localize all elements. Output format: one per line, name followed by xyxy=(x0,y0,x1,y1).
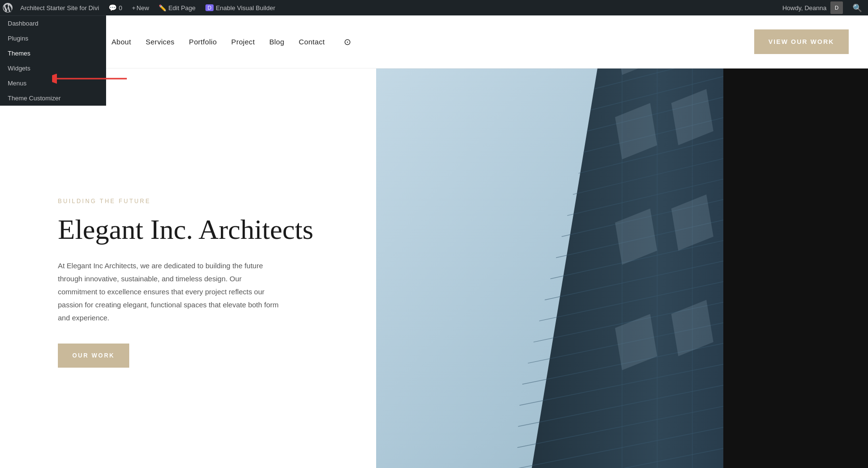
dark-sidebar xyxy=(723,69,868,468)
user-avatar[interactable]: D xyxy=(830,1,843,14)
new-label: New xyxy=(136,4,149,12)
nav-services[interactable]: Services xyxy=(146,38,175,46)
edit-page-button[interactable]: ✏️ Edit Page xyxy=(154,0,200,15)
pencil-icon: ✏️ xyxy=(159,4,166,12)
comments-count: 0 xyxy=(119,4,122,12)
comment-icon: 💬 xyxy=(108,4,117,12)
menu-item-widgets[interactable]: Widgets xyxy=(0,61,106,76)
page-content: BUILDING THE FUTURE Elegant Inc. Archite… xyxy=(0,69,868,468)
visual-builder-label: Enable Visual Builder xyxy=(216,4,275,12)
nav-portfolio[interactable]: Portfolio xyxy=(189,38,217,46)
nav-blog[interactable]: Blog xyxy=(269,38,284,46)
menu-item-theme-customizer[interactable]: Theme Customizer xyxy=(0,91,106,106)
nav-project[interactable]: Project xyxy=(231,38,255,46)
plus-icon: + xyxy=(132,4,136,12)
menu-item-themes[interactable]: Themes xyxy=(0,46,106,61)
comments-link[interactable]: 💬 0 xyxy=(104,0,127,15)
appearance-dropdown-menu: Dashboard Plugins Themes Widgets Menus T… xyxy=(0,15,106,106)
menu-item-plugins[interactable]: Plugins xyxy=(0,31,106,46)
nav-search-icon[interactable]: ⊙ xyxy=(344,37,351,47)
nav-contact[interactable]: Contact xyxy=(299,38,325,46)
nav-about[interactable]: About xyxy=(111,38,131,46)
howdy-text: Howdy, Deanna xyxy=(778,4,830,12)
hero-description: At Elegant Inc Architects, we are dedica… xyxy=(58,259,280,324)
hero-left-section: BUILDING THE FUTURE Elegant Inc. Archite… xyxy=(0,69,376,468)
view-our-work-button[interactable]: VIEW OUR WORK xyxy=(754,29,849,54)
admin-bar: Architect Starter Site for Divi 💬 0 + Ne… xyxy=(0,0,868,15)
edit-page-label: Edit Page xyxy=(168,4,195,12)
menu-item-menus[interactable]: Menus xyxy=(0,76,106,91)
admin-search-icon[interactable]: 🔍 xyxy=(847,3,868,13)
main-navigation: Home About Services Portfolio Project Bl… xyxy=(77,37,754,47)
wp-logo[interactable] xyxy=(0,0,15,15)
our-work-button[interactable]: OUR WORK xyxy=(58,344,129,368)
hero-image-section xyxy=(376,69,868,468)
site-name-link[interactable]: Architect Starter Site for Divi xyxy=(15,0,104,15)
site-header: D Home About Services Portfolio Project … xyxy=(0,15,868,69)
visual-builder-button[interactable]: D Enable Visual Builder xyxy=(201,0,280,15)
site-name-text: Architect Starter Site for Divi xyxy=(20,4,99,12)
new-content-button[interactable]: + New xyxy=(127,0,154,15)
hero-subtitle: BUILDING THE FUTURE xyxy=(58,198,347,205)
hero-title: Elegant Inc. Architects xyxy=(58,214,347,245)
admin-bar-right: Howdy, Deanna D 🔍 xyxy=(778,0,868,15)
divi-badge: D xyxy=(205,4,214,11)
menu-item-dashboard[interactable]: Dashboard xyxy=(0,16,106,31)
